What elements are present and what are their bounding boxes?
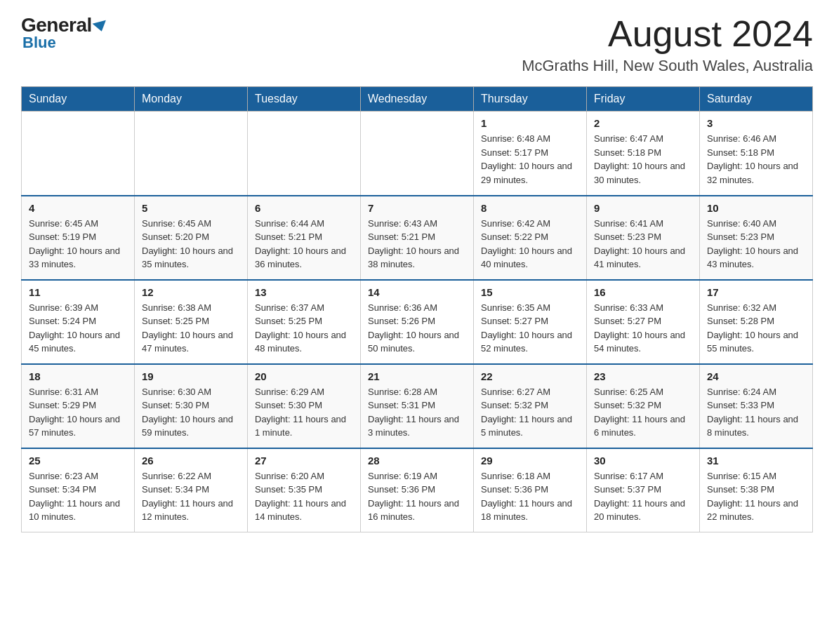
table-row: 17Sunrise: 6:32 AMSunset: 5:28 PMDayligh… [700, 280, 813, 364]
day-number: 16 [594, 286, 692, 298]
col-sunday: Sunday [22, 87, 135, 112]
col-friday: Friday [587, 87, 700, 112]
day-number: 31 [707, 455, 805, 467]
day-number: 26 [142, 455, 240, 467]
day-number: 14 [368, 286, 466, 298]
day-number: 6 [255, 202, 353, 214]
table-row [248, 112, 361, 196]
table-row: 23Sunrise: 6:25 AMSunset: 5:32 PMDayligh… [587, 364, 700, 448]
day-info: Sunrise: 6:37 AMSunset: 5:25 PMDaylight:… [255, 301, 353, 356]
day-number: 2 [594, 117, 692, 129]
day-info: Sunrise: 6:36 AMSunset: 5:26 PMDaylight:… [368, 301, 466, 356]
table-row: 15Sunrise: 6:35 AMSunset: 5:27 PMDayligh… [474, 280, 587, 364]
table-row: 21Sunrise: 6:28 AMSunset: 5:31 PMDayligh… [361, 364, 474, 448]
table-row: 27Sunrise: 6:20 AMSunset: 5:35 PMDayligh… [248, 448, 361, 532]
table-row: 25Sunrise: 6:23 AMSunset: 5:34 PMDayligh… [22, 448, 135, 532]
col-tuesday: Tuesday [248, 87, 361, 112]
day-info: Sunrise: 6:29 AMSunset: 5:30 PMDaylight:… [255, 385, 353, 440]
calendar-week-2: 4Sunrise: 6:45 AMSunset: 5:19 PMDaylight… [22, 196, 813, 280]
day-number: 20 [255, 370, 353, 382]
page-header: General Blue August 2024 McGraths Hill, … [21, 14, 813, 75]
table-row: 11Sunrise: 6:39 AMSunset: 5:24 PMDayligh… [22, 280, 135, 364]
day-info: Sunrise: 6:20 AMSunset: 5:35 PMDaylight:… [255, 469, 353, 524]
day-number: 22 [481, 370, 579, 382]
day-info: Sunrise: 6:17 AMSunset: 5:37 PMDaylight:… [594, 469, 692, 524]
title-block: August 2024 McGraths Hill, New South Wal… [522, 14, 813, 75]
day-info: Sunrise: 6:30 AMSunset: 5:30 PMDaylight:… [142, 385, 240, 440]
day-info: Sunrise: 6:28 AMSunset: 5:31 PMDaylight:… [368, 385, 466, 440]
day-info: Sunrise: 6:32 AMSunset: 5:28 PMDaylight:… [707, 301, 805, 356]
col-monday: Monday [135, 87, 248, 112]
table-row: 26Sunrise: 6:22 AMSunset: 5:34 PMDayligh… [135, 448, 248, 532]
table-row: 6Sunrise: 6:44 AMSunset: 5:21 PMDaylight… [248, 196, 361, 280]
day-info: Sunrise: 6:33 AMSunset: 5:27 PMDaylight:… [594, 301, 692, 356]
col-thursday: Thursday [474, 87, 587, 112]
day-number: 24 [707, 370, 805, 382]
table-row: 29Sunrise: 6:18 AMSunset: 5:36 PMDayligh… [474, 448, 587, 532]
table-row: 10Sunrise: 6:40 AMSunset: 5:23 PMDayligh… [700, 196, 813, 280]
day-info: Sunrise: 6:22 AMSunset: 5:34 PMDaylight:… [142, 469, 240, 524]
day-info: Sunrise: 6:23 AMSunset: 5:34 PMDaylight:… [29, 469, 127, 524]
day-info: Sunrise: 6:19 AMSunset: 5:36 PMDaylight:… [368, 469, 466, 524]
day-number: 17 [707, 286, 805, 298]
calendar-week-3: 11Sunrise: 6:39 AMSunset: 5:24 PMDayligh… [22, 280, 813, 364]
table-row: 18Sunrise: 6:31 AMSunset: 5:29 PMDayligh… [22, 364, 135, 448]
month-title: August 2024 [522, 14, 813, 54]
day-info: Sunrise: 6:42 AMSunset: 5:22 PMDaylight:… [481, 217, 579, 271]
table-row: 4Sunrise: 6:45 AMSunset: 5:19 PMDaylight… [22, 196, 135, 280]
table-row: 2Sunrise: 6:47 AMSunset: 5:18 PMDaylight… [587, 112, 700, 196]
day-info: Sunrise: 6:18 AMSunset: 5:36 PMDaylight:… [481, 469, 579, 524]
day-info: Sunrise: 6:25 AMSunset: 5:32 PMDaylight:… [594, 385, 692, 440]
table-row: 8Sunrise: 6:42 AMSunset: 5:22 PMDaylight… [474, 196, 587, 280]
day-info: Sunrise: 6:35 AMSunset: 5:27 PMDaylight:… [481, 301, 579, 356]
day-number: 1 [481, 117, 579, 129]
calendar-week-5: 25Sunrise: 6:23 AMSunset: 5:34 PMDayligh… [22, 448, 813, 532]
day-number: 4 [29, 202, 127, 214]
table-row: 14Sunrise: 6:36 AMSunset: 5:26 PMDayligh… [361, 280, 474, 364]
day-info: Sunrise: 6:48 AMSunset: 5:17 PMDaylight:… [481, 132, 579, 187]
table-row: 22Sunrise: 6:27 AMSunset: 5:32 PMDayligh… [474, 364, 587, 448]
table-row: 9Sunrise: 6:41 AMSunset: 5:23 PMDaylight… [587, 196, 700, 280]
calendar-week-4: 18Sunrise: 6:31 AMSunset: 5:29 PMDayligh… [22, 364, 813, 448]
day-number: 29 [481, 455, 579, 467]
location-title: McGraths Hill, New South Wales, Australi… [522, 57, 813, 75]
day-number: 9 [594, 202, 692, 214]
table-row: 31Sunrise: 6:15 AMSunset: 5:38 PMDayligh… [700, 448, 813, 532]
day-number: 5 [142, 202, 240, 214]
calendar-header-row: Sunday Monday Tuesday Wednesday Thursday… [22, 87, 813, 112]
day-number: 19 [142, 370, 240, 382]
table-row [361, 112, 474, 196]
day-info: Sunrise: 6:24 AMSunset: 5:33 PMDaylight:… [707, 385, 805, 440]
day-number: 21 [368, 370, 466, 382]
day-info: Sunrise: 6:15 AMSunset: 5:38 PMDaylight:… [707, 469, 805, 524]
col-saturday: Saturday [700, 87, 813, 112]
logo: General Blue [21, 14, 107, 52]
day-info: Sunrise: 6:45 AMSunset: 5:20 PMDaylight:… [142, 217, 240, 271]
table-row: 28Sunrise: 6:19 AMSunset: 5:36 PMDayligh… [361, 448, 474, 532]
table-row: 20Sunrise: 6:29 AMSunset: 5:30 PMDayligh… [248, 364, 361, 448]
day-info: Sunrise: 6:47 AMSunset: 5:18 PMDaylight:… [594, 132, 692, 187]
table-row: 13Sunrise: 6:37 AMSunset: 5:25 PMDayligh… [248, 280, 361, 364]
day-info: Sunrise: 6:44 AMSunset: 5:21 PMDaylight:… [255, 217, 353, 271]
day-number: 13 [255, 286, 353, 298]
day-number: 23 [594, 370, 692, 382]
day-number: 12 [142, 286, 240, 298]
logo-blue: Blue [22, 34, 56, 52]
table-row [22, 112, 135, 196]
day-info: Sunrise: 6:43 AMSunset: 5:21 PMDaylight:… [368, 217, 466, 271]
day-number: 30 [594, 455, 692, 467]
day-number: 25 [29, 455, 127, 467]
day-info: Sunrise: 6:27 AMSunset: 5:32 PMDaylight:… [481, 385, 579, 440]
table-row: 12Sunrise: 6:38 AMSunset: 5:25 PMDayligh… [135, 280, 248, 364]
day-info: Sunrise: 6:45 AMSunset: 5:19 PMDaylight:… [29, 217, 127, 271]
calendar-week-1: 1Sunrise: 6:48 AMSunset: 5:17 PMDaylight… [22, 112, 813, 196]
day-info: Sunrise: 6:40 AMSunset: 5:23 PMDaylight:… [707, 217, 805, 271]
day-number: 15 [481, 286, 579, 298]
day-number: 7 [368, 202, 466, 214]
day-info: Sunrise: 6:46 AMSunset: 5:18 PMDaylight:… [707, 132, 805, 187]
col-wednesday: Wednesday [361, 87, 474, 112]
day-number: 8 [481, 202, 579, 214]
day-info: Sunrise: 6:38 AMSunset: 5:25 PMDaylight:… [142, 301, 240, 356]
day-info: Sunrise: 6:39 AMSunset: 5:24 PMDaylight:… [29, 301, 127, 356]
calendar-table: Sunday Monday Tuesday Wednesday Thursday… [21, 86, 813, 532]
